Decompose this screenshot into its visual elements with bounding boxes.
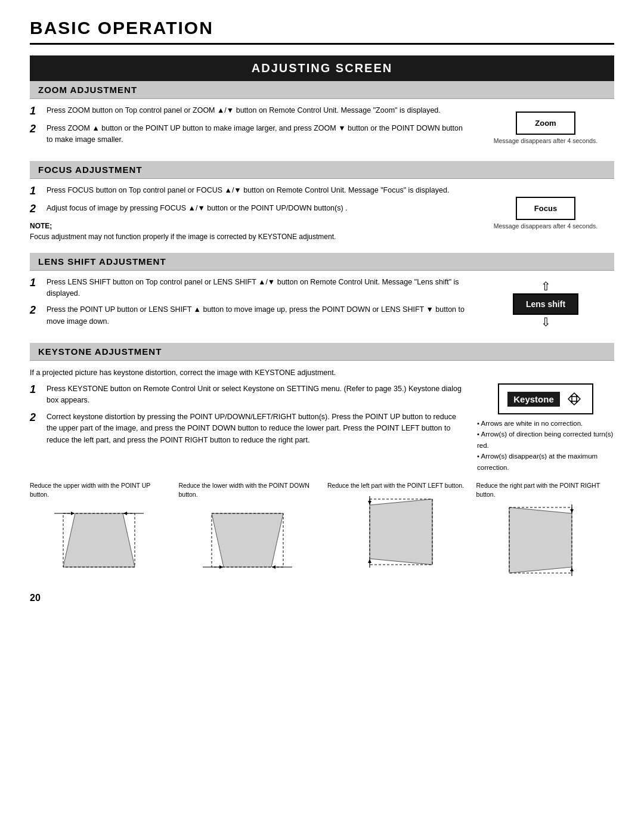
focus-note-label: NOTE; xyxy=(30,222,52,230)
focus-note-text: Focus adjustment may not function proper… xyxy=(30,233,336,241)
svg-marker-9 xyxy=(123,512,127,515)
keystone-steps: 1 Press KEYSTONE button on Remote Contro… xyxy=(30,383,465,473)
keystone-step-2-number: 2 xyxy=(30,411,42,425)
lens-shift-adjustment-header: LENS SHIFT ADJUSTMENT xyxy=(30,253,614,271)
lens-shift-arrow-down-icon: ⇩ xyxy=(541,316,551,328)
diagram-right-caption: Reduce the right part with the POINT RIG… xyxy=(476,481,615,498)
diagram-upper-svg xyxy=(48,501,150,579)
keystone-step-2-text: Correct keystone distortion by pressing … xyxy=(47,411,465,446)
svg-marker-22 xyxy=(509,507,572,573)
zoom-adjustment-section: ZOOM ADJUSTMENT 1 Press ZOOM button on T… xyxy=(30,81,614,150)
lens-shift-step-1-text: Press LENS SHIFT button on Top control p… xyxy=(47,277,465,300)
diagram-upper: Reduce the upper width with the POINT UP… xyxy=(30,481,168,581)
lens-shift-arrow-up-icon: ⇧ xyxy=(541,280,551,292)
focus-message-caption: Message disappears after 4 seconds. xyxy=(494,222,598,230)
zoom-step-2: 2 Press ZOOM ▲ button or the POINT UP bu… xyxy=(30,123,465,146)
lens-shift-step-2-text: Press the POINT UP button or LENS SHIFT … xyxy=(47,304,465,327)
svg-marker-27 xyxy=(570,568,574,571)
lens-shift-message-area: ⇧ Lens shift ⇩ xyxy=(477,277,614,333)
lens-shift-step-1: 1 Press LENS SHIFT button on Top control… xyxy=(30,277,465,300)
zoom-message-area: Zoom Message disappears after 4 seconds. xyxy=(477,105,614,150)
diagram-lower-svg xyxy=(197,501,298,579)
focus-steps: 1 Press FOCUS button on Top control pane… xyxy=(30,185,465,241)
zoom-message-caption: Message disappears after 4 seconds. xyxy=(494,137,598,144)
page-number: 20 xyxy=(30,593,614,603)
focus-step-1: 1 Press FOCUS button on Top control pane… xyxy=(30,185,465,198)
keystone-diagrams: Reduce the upper width with the POINT UP… xyxy=(30,481,614,581)
diagram-upper-caption: Reduce the upper width with the POINT UP… xyxy=(30,481,168,498)
focus-step-1-text: Press FOCUS button on Top control panel … xyxy=(47,185,449,196)
keystone-step-2: 2 Correct keystone distortion by pressin… xyxy=(30,411,465,446)
keystone-message-area: Keystone • Arrows are white in no correc… xyxy=(477,383,614,473)
focus-message-box: Focus xyxy=(516,197,575,220)
focus-step-2-text: Adjust focus of image by pressing FOCUS … xyxy=(47,203,348,214)
keystone-note-1: • Arrows are white in no correction. xyxy=(477,418,614,429)
focus-step-2: 2 Adjust focus of image by pressing FOCU… xyxy=(30,203,465,216)
diagram-left: Reduce the left part with the POINT LEFT… xyxy=(327,481,466,572)
zoom-step-2-text: Press ZOOM ▲ button or the POINT UP butt… xyxy=(47,123,465,146)
zoom-step-2-number: 2 xyxy=(30,123,42,136)
svg-marker-7 xyxy=(71,512,75,515)
lens-shift-adjustment-section: LENS SHIFT ADJUSTMENT 1 Press LENS SHIFT… xyxy=(30,253,614,333)
zoom-step-1: 1 Press ZOOM button on Top control panel… xyxy=(30,105,465,118)
keystone-step-1-number: 1 xyxy=(30,383,42,397)
svg-marker-13 xyxy=(219,565,223,569)
diagram-left-caption: Reduce the left part with the POINT LEFT… xyxy=(327,481,466,490)
diagram-right: Reduce the right part with the POINT RIG… xyxy=(476,481,615,581)
svg-marker-16 xyxy=(370,499,432,565)
focus-step-1-number: 1 xyxy=(30,185,42,198)
diagram-lower: Reduce the lower width with the POINT DO… xyxy=(179,481,317,581)
lens-shift-step-2: 2 Press the POINT UP button or LENS SHIF… xyxy=(30,304,465,327)
zoom-step-1-number: 1 xyxy=(30,105,42,118)
svg-marker-4 xyxy=(63,513,135,567)
page-title: BASIC OPERATION xyxy=(30,18,614,45)
lens-shift-display: ⇧ Lens shift ⇩ xyxy=(513,280,578,328)
focus-adjustment-section: FOCUS ADJUSTMENT 1 Press FOCUS button on… xyxy=(30,161,614,241)
focus-adjustment-header: FOCUS ADJUSTMENT xyxy=(30,161,614,179)
lens-shift-step-1-number: 1 xyxy=(30,277,42,290)
lens-shift-box: Lens shift xyxy=(513,293,578,315)
lens-shift-steps: 1 Press LENS SHIFT button on Top control… xyxy=(30,277,465,333)
focus-step-2-number: 2 xyxy=(30,203,42,216)
lens-shift-step-2-number: 2 xyxy=(30,304,42,317)
svg-marker-10 xyxy=(212,513,283,567)
svg-marker-21 xyxy=(368,559,371,563)
keystone-label: Keystone xyxy=(507,392,560,407)
keystone-note-2: • Arrow(s) of direction being corrected … xyxy=(477,429,614,451)
svg-marker-2 xyxy=(571,393,578,397)
svg-marker-3 xyxy=(571,401,578,405)
keystone-step-1: 1 Press KEYSTONE button on Remote Contro… xyxy=(30,383,465,407)
keystone-note-3: • Arrow(s) disappear(s) at the maximum c… xyxy=(477,451,614,473)
diagram-left-svg xyxy=(346,493,447,571)
zoom-steps: 1 Press ZOOM button on Top control panel… xyxy=(30,105,465,150)
keystone-step-1-text: Press KEYSTONE button on Remote Control … xyxy=(47,383,465,407)
keystone-intro: If a projected picture has keystone dist… xyxy=(30,367,614,379)
keystone-adjustment-section: KEYSTONE ADJUSTMENT If a projected pictu… xyxy=(30,343,614,581)
svg-marker-19 xyxy=(368,501,371,504)
zoom-adjustment-header: ZOOM ADJUSTMENT xyxy=(30,81,614,99)
diagram-right-svg xyxy=(494,501,596,579)
zoom-message-box: Zoom xyxy=(516,112,575,135)
main-section-banner: ADJUSTING SCREEN xyxy=(30,55,614,81)
keystone-arrows-icon xyxy=(565,389,584,408)
focus-note: NOTE; Focus adjustment may not function … xyxy=(30,221,465,242)
keystone-notes: • Arrows are white in no correction. • A… xyxy=(477,418,614,473)
keystone-adjustment-header: KEYSTONE ADJUSTMENT xyxy=(30,343,614,361)
diagram-lower-caption: Reduce the lower width with the POINT DO… xyxy=(179,481,317,498)
focus-message-area: Focus Message disappears after 4 seconds… xyxy=(477,185,614,241)
keystone-display-box: Keystone xyxy=(498,383,593,414)
svg-marker-15 xyxy=(272,565,275,569)
zoom-step-1-text: Press ZOOM button on Top control panel o… xyxy=(47,105,441,116)
svg-marker-25 xyxy=(570,509,574,513)
